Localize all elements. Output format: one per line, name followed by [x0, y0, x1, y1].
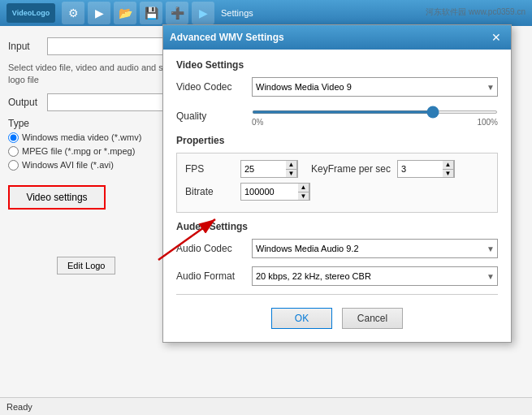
left-panel: Input Select video file, video and audio…	[8, 37, 171, 275]
radio-wmv-label: Windows media video (*.wmv)	[22, 132, 141, 142]
audio-format-select-wrapper: 20 kbps, 22 kHz, stereo CBR 32 kbps, 44 …	[252, 266, 498, 286]
settings-icon[interactable]: ⚙	[62, 2, 84, 24]
play-icon[interactable]: ▶	[88, 2, 110, 24]
separator	[176, 294, 498, 295]
dialog-close-button[interactable]: ✕	[488, 29, 504, 45]
open-icon[interactable]: 📂	[114, 2, 136, 24]
fps-label: FPS	[185, 163, 234, 175]
ok-button[interactable]: OK	[271, 308, 332, 329]
audio-format-row: Audio Format 20 kbps, 22 kHz, stereo CBR…	[176, 266, 498, 286]
dialog: Advanced WMV Settings ✕ Video Settings V…	[162, 24, 512, 343]
keyframe-spin-buttons: ▲ ▼	[443, 160, 454, 178]
keyframe-spin-down[interactable]: ▼	[443, 169, 454, 178]
audio-settings-section-title: Audeo Settings	[176, 221, 498, 232]
dialog-title: Advanced WMV Settings	[170, 32, 284, 43]
radio-avi: Windows AVI file (*.avi)	[8, 160, 171, 171]
dialog-buttons: OK Cancel	[176, 301, 498, 332]
radio-mpeg-label: MPEG file (*.mpg or *.mpeg)	[22, 146, 135, 156]
audio-codec-label: Audio Codec	[176, 243, 245, 254]
video-settings-button[interactable]: Video settings	[8, 185, 106, 210]
output-label: Output	[8, 97, 41, 108]
keyframe-input[interactable]	[398, 161, 443, 177]
app-logo: VideoLogo	[6, 3, 55, 23]
radio-mpeg: MPEG file (*.mpg or *.mpeg)	[8, 146, 171, 157]
video-codec-select-wrapper: Windows Media Video 9 Windows Media Vide…	[252, 77, 498, 97]
fps-row: FPS ▲ ▼ KeyFrame per sec ▲ ▼	[185, 160, 489, 178]
video-codec-row: Video Codec Windows Media Video 9 Window…	[176, 77, 498, 97]
toolbar-label: Settings	[221, 8, 253, 18]
audio-codec-select[interactable]: Windows Media Audio 9.2 Windows Media Au…	[252, 239, 498, 258]
dialog-titlebar: Advanced WMV Settings ✕	[163, 25, 511, 50]
quality-row: Quality 0% 100%	[176, 105, 498, 127]
fps-spin-down[interactable]: ▼	[286, 169, 297, 178]
fps-spin-buttons: ▲ ▼	[286, 160, 297, 178]
bitrate-label: Bitrate	[185, 186, 234, 197]
quality-label: Quality	[176, 110, 245, 122]
bitrate-spin-down[interactable]: ▼	[298, 192, 309, 201]
radio-mpeg-input[interactable]	[8, 146, 19, 157]
quality-slider[interactable]	[252, 110, 498, 114]
radio-group: Windows media video (*.wmv) MPEG file (*…	[8, 132, 171, 171]
edit-logo-button[interactable]: Edit Logo	[57, 257, 115, 275]
input-row: Input	[8, 37, 171, 55]
output-field[interactable]	[47, 93, 171, 111]
quality-slider-labels: 0% 100%	[252, 118, 498, 127]
dialog-body: Video Settings Video Codec Windows Media…	[163, 50, 511, 342]
save-icon[interactable]: 💾	[140, 2, 162, 24]
type-label: Type	[8, 118, 171, 129]
play2-icon[interactable]: ▶	[192, 2, 214, 24]
video-codec-label: Video Codec	[176, 81, 245, 93]
radio-avi-input[interactable]	[8, 160, 19, 171]
keyframe-label: KeyFrame per sec	[311, 163, 391, 175]
audio-codec-select-wrapper: Windows Media Audio 9.2 Windows Media Au…	[252, 239, 498, 258]
video-codec-select[interactable]: Windows Media Video 9 Windows Media Vide…	[252, 77, 498, 97]
bitrate-row: Bitrate ▲ ▼	[185, 183, 489, 201]
audio-section: Audeo Settings Audio Codec Windows Media…	[176, 221, 498, 286]
watermark: 河东软件园 www.pc0359.cn	[426, 6, 526, 18]
input-label: Input	[8, 41, 41, 52]
properties-section: FPS ▲ ▼ KeyFrame per sec ▲ ▼	[176, 153, 498, 213]
bitrate-spin-buttons: ▲ ▼	[298, 183, 309, 201]
audio-format-select[interactable]: 20 kbps, 22 kHz, stereo CBR 32 kbps, 44 …	[252, 266, 498, 286]
audio-format-label: Audio Format	[176, 270, 245, 282]
bitrate-spin-up[interactable]: ▲	[298, 183, 309, 192]
video-settings-section-title: Video Settings	[176, 59, 498, 71]
input-field[interactable]	[47, 37, 171, 55]
radio-avi-label: Windows AVI file (*.avi)	[22, 160, 114, 170]
edit-logo-area: Edit Logo	[57, 250, 171, 275]
fps-spin-up[interactable]: ▲	[286, 160, 297, 169]
bitrate-input[interactable]	[241, 184, 298, 200]
hint-text: Select video file, video and audio and s…	[8, 62, 171, 87]
video-settings-area: Video settings	[8, 179, 171, 210]
fps-spinbox: ▲ ▼	[240, 160, 298, 178]
keyframe-spinbox: ▲ ▼	[397, 160, 455, 178]
app-toolbar: ⚙ ▶ 📂 💾 ➕ ▶	[62, 2, 214, 24]
quality-max: 100%	[477, 118, 498, 127]
status-text: Ready	[6, 402, 32, 412]
radio-wmv: Windows media video (*.wmv)	[8, 132, 171, 143]
keyframe-spin-up[interactable]: ▲	[443, 160, 454, 169]
properties-section-title: Properties	[176, 135, 498, 146]
status-bar: Ready	[0, 397, 532, 415]
quality-slider-container: 0% 100%	[252, 105, 498, 127]
bitrate-spinbox: ▲ ▼	[240, 183, 310, 201]
fps-input[interactable]	[241, 161, 286, 177]
audio-codec-row: Audio Codec Windows Media Audio 9.2 Wind…	[176, 239, 498, 258]
add-icon[interactable]: ➕	[166, 2, 188, 24]
quality-min: 0%	[252, 118, 263, 127]
cancel-button[interactable]: Cancel	[342, 308, 403, 329]
output-row: Output	[8, 93, 171, 111]
radio-wmv-input[interactable]	[8, 132, 19, 143]
type-section: Type Windows media video (*.wmv) MPEG fi…	[8, 118, 171, 171]
